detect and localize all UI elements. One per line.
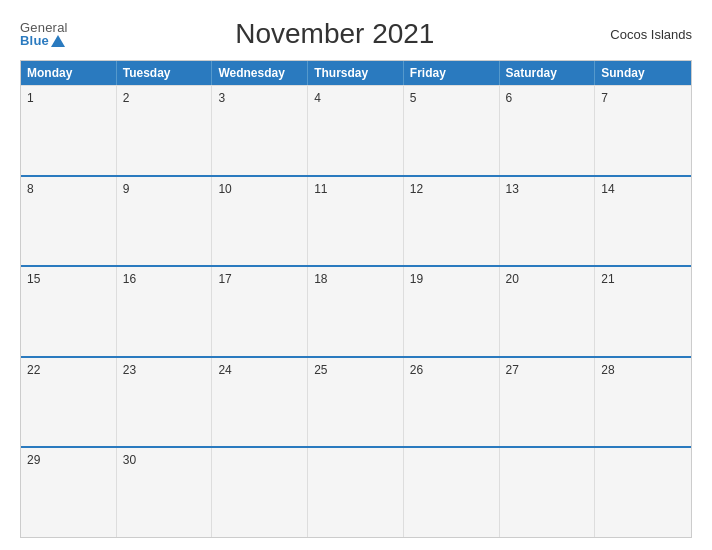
calendar-header-cell: Friday: [404, 61, 500, 85]
calendar-cell: 23: [117, 358, 213, 447]
day-number: 2: [123, 91, 130, 105]
day-number: 19: [410, 272, 423, 286]
calendar-week: 2930: [21, 446, 691, 537]
calendar-cell: [212, 448, 308, 537]
logo: General Blue: [20, 21, 68, 47]
day-number: 24: [218, 363, 231, 377]
day-number: 29: [27, 453, 40, 467]
calendar-header-cell: Tuesday: [117, 61, 213, 85]
calendar-cell: 16: [117, 267, 213, 356]
logo-blue-text: Blue: [20, 34, 65, 47]
day-number: 23: [123, 363, 136, 377]
day-number: 18: [314, 272, 327, 286]
calendar-cell: 21: [595, 267, 691, 356]
day-number: 15: [27, 272, 40, 286]
calendar-cell: 11: [308, 177, 404, 266]
day-number: 30: [123, 453, 136, 467]
day-number: 4: [314, 91, 321, 105]
calendar-header: MondayTuesdayWednesdayThursdayFridaySatu…: [21, 61, 691, 85]
calendar-cell: [308, 448, 404, 537]
calendar-cell: 3: [212, 86, 308, 175]
calendar-cell: 22: [21, 358, 117, 447]
day-number: 14: [601, 182, 614, 196]
calendar-cell: 20: [500, 267, 596, 356]
calendar-header-cell: Monday: [21, 61, 117, 85]
day-number: 28: [601, 363, 614, 377]
calendar-header-cell: Wednesday: [212, 61, 308, 85]
calendar: MondayTuesdayWednesdayThursdayFridaySatu…: [20, 60, 692, 538]
calendar-cell: 26: [404, 358, 500, 447]
calendar-cell: 2: [117, 86, 213, 175]
calendar-cell: [500, 448, 596, 537]
calendar-cell: 18: [308, 267, 404, 356]
calendar-cell: 25: [308, 358, 404, 447]
calendar-cell: 1: [21, 86, 117, 175]
calendar-cell: 28: [595, 358, 691, 447]
calendar-cell: 27: [500, 358, 596, 447]
day-number: 13: [506, 182, 519, 196]
calendar-cell: 12: [404, 177, 500, 266]
calendar-cell: 24: [212, 358, 308, 447]
day-number: 6: [506, 91, 513, 105]
day-number: 1: [27, 91, 34, 105]
region-label: Cocos Islands: [602, 27, 692, 42]
calendar-cell: 15: [21, 267, 117, 356]
day-number: 26: [410, 363, 423, 377]
day-number: 5: [410, 91, 417, 105]
day-number: 22: [27, 363, 40, 377]
calendar-header-cell: Saturday: [500, 61, 596, 85]
day-number: 21: [601, 272, 614, 286]
day-number: 20: [506, 272, 519, 286]
calendar-cell: 19: [404, 267, 500, 356]
calendar-week: 15161718192021: [21, 265, 691, 356]
calendar-week: 22232425262728: [21, 356, 691, 447]
calendar-header-cell: Thursday: [308, 61, 404, 85]
calendar-cell: 10: [212, 177, 308, 266]
calendar-cell: 6: [500, 86, 596, 175]
day-number: 10: [218, 182, 231, 196]
calendar-cell: [595, 448, 691, 537]
day-number: 25: [314, 363, 327, 377]
day-number: 12: [410, 182, 423, 196]
calendar-cell: 8: [21, 177, 117, 266]
calendar-cell: [404, 448, 500, 537]
calendar-header-cell: Sunday: [595, 61, 691, 85]
day-number: 11: [314, 182, 327, 196]
day-number: 9: [123, 182, 130, 196]
calendar-cell: 14: [595, 177, 691, 266]
page: General Blue November 2021 Cocos Islands…: [0, 0, 712, 550]
day-number: 7: [601, 91, 608, 105]
day-number: 17: [218, 272, 231, 286]
calendar-cell: 29: [21, 448, 117, 537]
logo-triangle-icon: [51, 35, 65, 47]
page-title: November 2021: [68, 18, 602, 50]
calendar-cell: 7: [595, 86, 691, 175]
calendar-week: 891011121314: [21, 175, 691, 266]
calendar-cell: 5: [404, 86, 500, 175]
day-number: 27: [506, 363, 519, 377]
header: General Blue November 2021 Cocos Islands: [20, 18, 692, 50]
calendar-cell: 9: [117, 177, 213, 266]
day-number: 8: [27, 182, 34, 196]
calendar-week: 1234567: [21, 85, 691, 175]
calendar-cell: 13: [500, 177, 596, 266]
calendar-cell: 4: [308, 86, 404, 175]
calendar-cell: 17: [212, 267, 308, 356]
day-number: 16: [123, 272, 136, 286]
calendar-body: 1234567891011121314151617181920212223242…: [21, 85, 691, 537]
day-number: 3: [218, 91, 225, 105]
calendar-cell: 30: [117, 448, 213, 537]
